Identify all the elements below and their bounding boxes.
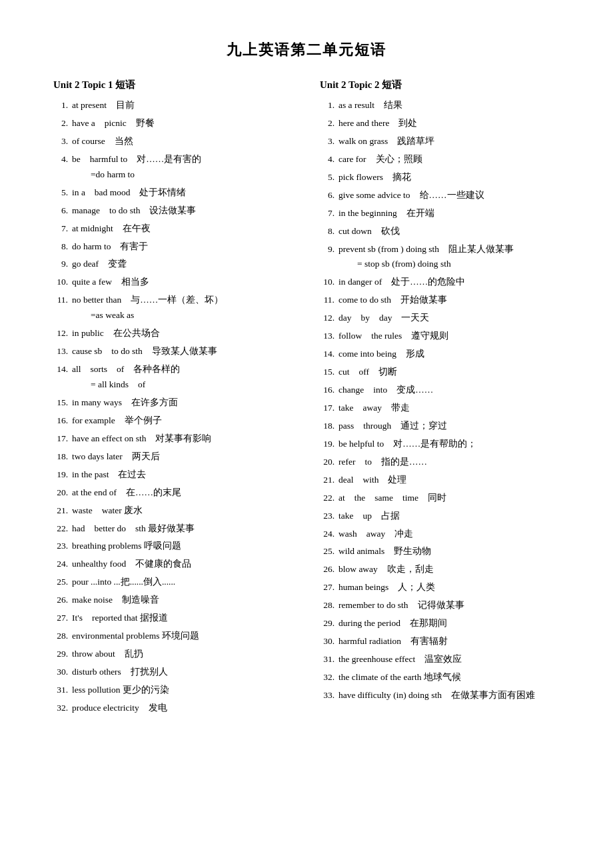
phrase-num: 22. — [53, 521, 72, 537]
phrase-num: 19. — [53, 467, 72, 483]
list-item: 8.do harm to 有害于 — [53, 239, 293, 255]
phrase-text: manage to do sth 设法做某事 — [72, 203, 196, 219]
list-item: 29.throw about 乱扔 — [53, 647, 293, 662]
list-item: 7.at midnight 在午夜 — [53, 221, 293, 237]
list-item: 19.in the past 在过去 — [53, 467, 293, 483]
list-item: 30.disturb others 打扰别人 — [53, 665, 293, 680]
phrase-num: 12. — [320, 311, 338, 326]
phrase-num: 31. — [320, 652, 338, 667]
phrase-text: walk on grass 践踏草坪 — [338, 134, 434, 149]
phrase-text: had better do sth 最好做某事 — [72, 521, 195, 537]
list-item: 32.the climate of the earth 地球气候 — [320, 670, 560, 685]
list-item: 25.pour ...into ...把......倒入...... — [53, 575, 293, 590]
phrase-text: no better than 与……一样（差、坏）=as weak as — [72, 293, 223, 323]
phrase-num: 26. — [320, 562, 338, 577]
phrase-num: 10. — [320, 275, 338, 290]
list-item: 24.unhealthy food 不健康的食品 — [53, 557, 293, 572]
phrase-num: 20. — [320, 455, 338, 470]
phrase-text: in the past 在过去 — [72, 467, 147, 483]
phrase-text: day by day 一天天 — [338, 311, 429, 326]
list-item: 13.cause sb to do sth 导致某人做某事 — [53, 344, 293, 359]
phrase-text: refer to 指的是…… — [338, 455, 427, 470]
phrase-text: remember to do sth 记得做某事 — [338, 598, 464, 613]
phrase-text: harmful radiation 有害辐射 — [338, 634, 448, 649]
phrase-sub: =do harm to — [72, 167, 201, 183]
phrase-text: make noise 制造噪音 — [72, 593, 159, 608]
phrase-text: change into 变成…… — [338, 383, 433, 398]
list-item: 2.have a picnic 野餐 — [53, 116, 293, 131]
phrase-num: 17. — [53, 431, 72, 447]
list-item: 24.wash away 冲走 — [320, 527, 560, 542]
phrase-text: quite a few 相当多 — [72, 275, 149, 290]
topic2-title: Unit 2 Topic 2 短语 — [320, 79, 560, 91]
list-item: 26.make noise 制造噪音 — [53, 593, 293, 608]
phrase-num: 24. — [320, 527, 338, 542]
phrase-text: give some advice to 给……一些建议 — [338, 188, 484, 203]
list-item: 6.manage to do sth 设法做某事 — [53, 203, 293, 219]
list-item: 8.cut down 砍伐 — [320, 224, 560, 239]
phrase-text: disturb others 打扰别人 — [72, 665, 168, 680]
phrase-text: be harmful to 对……是有害的=do harm to — [72, 152, 201, 183]
list-item: 31.less pollution 更少的污染 — [53, 683, 293, 698]
phrase-num: 23. — [53, 539, 72, 554]
list-item: 23.take up 占据 — [320, 509, 560, 524]
phrase-num: 26. — [53, 593, 72, 608]
phrase-num: 18. — [53, 449, 72, 465]
phrase-text: It's reported that 据报道 — [72, 611, 168, 626]
list-item: 15.cut off 切断 — [320, 365, 560, 380]
list-item: 25.wild animals 野生动物 — [320, 544, 560, 559]
phrase-text: in many ways 在许多方面 — [72, 395, 178, 411]
list-item: 15.in many ways 在许多方面 — [53, 395, 293, 411]
content-wrapper: Unit 2 Topic 1 短语 1.at present 目前2.have … — [53, 79, 560, 719]
list-item: 2.here and there 到处 — [320, 116, 560, 131]
phrase-num: 2. — [53, 116, 72, 131]
phrase-num: 3. — [53, 134, 72, 149]
phrase-text: be helpful to 对……是有帮助的； — [338, 437, 476, 452]
phrase-num: 21. — [320, 473, 338, 488]
list-item: 4.care for 关心；照顾 — [320, 152, 560, 167]
phrase-text: here and there 到处 — [338, 116, 417, 131]
topic2-list: 1.as a result 结果2.here and there 到处3.wal… — [320, 98, 560, 703]
phrase-text: at the same time 同时 — [338, 491, 446, 506]
list-item: 9.go deaf 变聋 — [53, 257, 293, 272]
phrase-num: 28. — [53, 629, 72, 644]
phrase-text: breathing problems 呼吸问题 — [72, 539, 181, 554]
page-title: 九上英语第二单元短语 — [53, 40, 560, 60]
list-item: 26.blow away 吹走，刮走 — [320, 562, 560, 577]
list-item: 29.during the period 在那期间 — [320, 616, 560, 631]
list-item: 5.pick flowers 摘花 — [320, 170, 560, 185]
phrase-text: pick flowers 摘花 — [338, 170, 411, 185]
list-item: 1.as a result 结果 — [320, 98, 560, 113]
phrase-text: cut down 砍伐 — [338, 224, 400, 239]
phrase-num: 14. — [320, 347, 338, 362]
list-item: 20.refer to 指的是…… — [320, 455, 560, 470]
phrase-num: 15. — [320, 365, 338, 380]
list-item: 31.the greenhouse effect 温室效应 — [320, 652, 560, 667]
list-item: 4.be harmful to 对……是有害的=do harm to — [53, 152, 293, 183]
phrase-text: wild animals 野生动物 — [338, 544, 431, 559]
phrase-num: 32. — [53, 701, 72, 716]
phrase-text: the climate of the earth 地球气候 — [338, 670, 461, 685]
phrase-text: do harm to 有害于 — [72, 239, 149, 255]
list-item: 5.in a bad mood 处于坏情绪 — [53, 185, 293, 201]
phrase-text: throw about 乱扔 — [72, 647, 143, 662]
list-item: 22.had better do sth 最好做某事 — [53, 521, 293, 537]
phrase-num: 6. — [320, 188, 338, 203]
list-item: 6.give some advice to 给……一些建议 — [320, 188, 560, 203]
phrase-text: in the beginning 在开端 — [338, 206, 434, 221]
phrase-num: 7. — [320, 206, 338, 221]
phrase-text: prevent sb (from ) doing sth 阻止某人做某事= st… — [338, 242, 514, 273]
phrase-num: 30. — [320, 634, 338, 649]
list-item: 14.all sorts of 各种各样的= all kinds of — [53, 362, 293, 393]
list-item: 17.take away 带走 — [320, 401, 560, 416]
phrase-text: blow away 吹走，刮走 — [338, 562, 434, 577]
phrase-num: 27. — [320, 580, 338, 595]
phrase-num: 21. — [53, 503, 72, 519]
phrase-num: 31. — [53, 683, 72, 698]
phrase-num: 32. — [320, 670, 338, 685]
list-item: 30.harmful radiation 有害辐射 — [320, 634, 560, 649]
list-item: 21.waste water 废水 — [53, 503, 293, 519]
list-item: 27.human beings 人；人类 — [320, 580, 560, 595]
phrase-num: 23. — [320, 509, 338, 524]
phrase-num: 8. — [53, 239, 72, 255]
